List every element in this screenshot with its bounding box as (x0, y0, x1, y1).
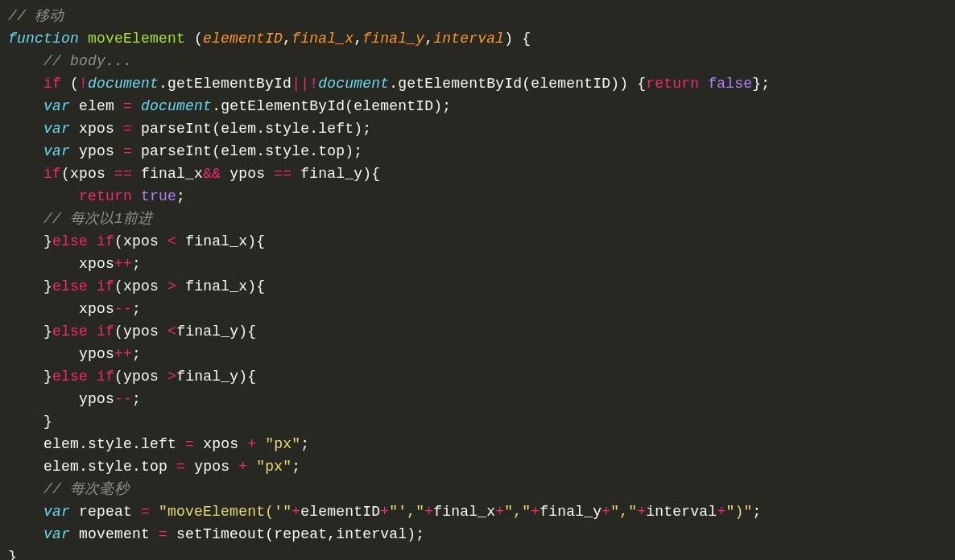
prop-style: style (265, 143, 309, 159)
op-inc: ++ (114, 256, 132, 272)
string: "moveElement('" (159, 504, 291, 520)
fn-parseint: parseInt (141, 121, 212, 137)
op-assign: = (123, 143, 132, 159)
var-ypos: ypos (229, 166, 265, 182)
op-assign: = (185, 436, 194, 452)
op-lt: < (167, 323, 176, 340)
var-ypos: ypos (194, 459, 229, 475)
op-not: ! (79, 76, 88, 92)
op-and: && (203, 166, 221, 182)
method: getElementById (221, 98, 345, 114)
code-line: var ypos = parseInt(elem.style.top); (8, 143, 362, 159)
op-lt: < (167, 233, 176, 249)
op-not: ! (309, 76, 318, 92)
var-xpos: xpos (123, 278, 159, 294)
var-finaly: final_y (176, 323, 238, 340)
op-plus: + (637, 504, 646, 520)
var-elem: elem (43, 436, 79, 452)
const-true: true (141, 188, 176, 204)
var-repeat: repeat (79, 504, 132, 520)
keyword-if: if (97, 278, 114, 294)
code-line: }else if(ypos <final_y){ (8, 323, 256, 340)
arg: elementID (531, 76, 610, 92)
comment-num: 1 (114, 211, 123, 227)
prop-style: style (265, 121, 309, 137)
method: getElementById (398, 76, 522, 92)
code-line: function moveElement (elementID,final_x,… (8, 31, 531, 47)
code-line: ypos++; (8, 346, 141, 362)
keyword-function: function (8, 31, 79, 47)
op-gt: > (167, 369, 176, 385)
var-elem: elem (221, 143, 256, 159)
arg: interval (336, 526, 407, 542)
var-ypos: ypos (123, 369, 159, 385)
keyword-else: else (52, 323, 88, 340)
op-or: || (291, 76, 309, 92)
keyword-if: if (97, 323, 114, 340)
var-elem: elem (43, 459, 79, 475)
prop-style: style (88, 436, 132, 452)
code-editor[interactable]: // 移动 function moveElement (elementID,fi… (0, 0, 955, 560)
var-ypos: ypos (79, 391, 114, 407)
string-px: "px" (265, 436, 300, 452)
code-line: var movement = setTimeout(repeat,interva… (8, 526, 424, 542)
var-ypos: ypos (123, 323, 159, 340)
var: final_y (540, 504, 602, 520)
op-plus: + (247, 436, 256, 452)
string-px: "px" (256, 459, 291, 475)
code-line: } (8, 414, 52, 430)
prop-style: style (88, 459, 132, 475)
string: "," (504, 504, 531, 520)
op-assign: = (141, 504, 150, 520)
code-line: return true; (8, 188, 185, 204)
code-line: // 每次毫秒 (8, 481, 129, 497)
const-false: false (708, 76, 752, 92)
code-line: ypos--; (8, 391, 141, 407)
arg: elementID (353, 98, 433, 114)
op-inc: ++ (114, 346, 132, 362)
comment: // 每次以1前进 (43, 211, 152, 227)
string: ")" (726, 504, 752, 520)
var: interval (646, 504, 717, 520)
param: final_y (362, 31, 424, 47)
keyword-return: return (79, 188, 132, 204)
ident-document: document (318, 76, 389, 92)
op-dec: -- (114, 301, 132, 317)
keyword-if: if (97, 233, 114, 249)
op-plus: + (495, 504, 504, 520)
op-assign: = (123, 98, 132, 114)
keyword-else: else (52, 369, 88, 385)
code-line: elem.style.left = xpos + "px"; (8, 436, 309, 452)
code-line: // body... (8, 53, 132, 69)
op-plus: + (717, 504, 726, 520)
code-line: } (8, 549, 17, 560)
var-elem: elem (79, 98, 114, 114)
string: "," (610, 504, 637, 520)
op-plus: + (291, 504, 300, 520)
comment-part: // 每次以 (43, 211, 114, 227)
comment: // 移动 (8, 8, 64, 24)
var-xpos: xpos (203, 436, 238, 452)
op-plus: + (602, 504, 610, 520)
var-finaly: final_y (176, 369, 238, 385)
code-line: }else if(ypos >final_y){ (8, 369, 256, 385)
code-line: xpos--; (8, 301, 141, 317)
keyword-else: else (52, 278, 88, 294)
var: elementID (300, 504, 380, 520)
code-line: elem.style.top = ypos + "px"; (8, 459, 300, 475)
ident-document: document (141, 98, 212, 114)
var-movement: movement (79, 526, 150, 542)
code-line: // 每次以1前进 (8, 211, 152, 227)
var-elem: elem (221, 121, 256, 137)
fn-settimeout: setTimeout (176, 526, 265, 542)
arg: repeat (274, 526, 327, 542)
string: "'," (389, 504, 424, 520)
code-line: // 移动 (8, 8, 64, 24)
var-xpos: xpos (79, 121, 114, 137)
var-finalx: final_x (185, 278, 247, 294)
op-assign: = (176, 459, 185, 475)
op-plus: + (238, 459, 247, 475)
keyword-var: var (43, 143, 70, 159)
keyword-var: var (43, 121, 70, 137)
fn-parseint: parseInt (141, 143, 212, 159)
